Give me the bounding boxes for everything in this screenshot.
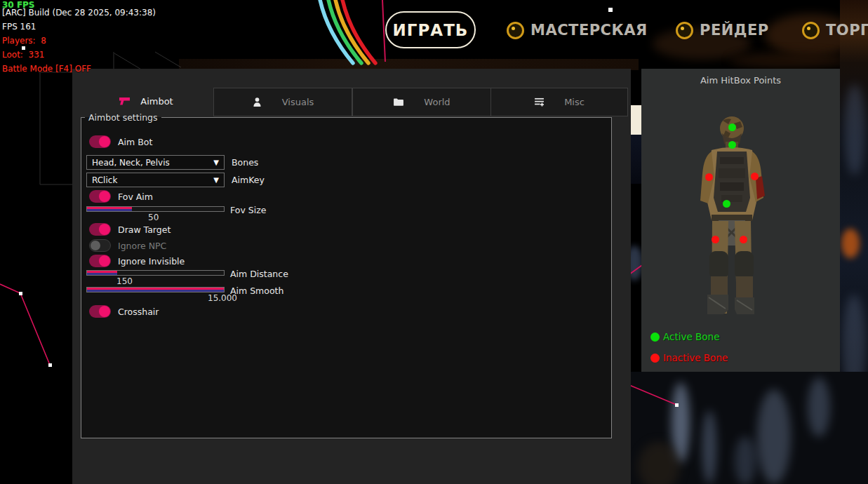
aim-smooth-label: Aim Smooth: [230, 285, 283, 296]
hitbox-dot-neck[interactable]: [728, 141, 736, 149]
hitbox-dot-head[interactable]: [728, 123, 736, 131]
gold-coin-icon: [802, 22, 820, 39]
crosshair-label: Crosshair: [118, 307, 159, 317]
slider-track: [86, 270, 225, 276]
legend-label: Inactive Bone: [663, 352, 728, 363]
nav-item-label: МАСТЕРСКАЯ: [530, 22, 648, 39]
toggle-knob: [99, 136, 110, 147]
chevron-down-icon: ▼: [213, 159, 219, 166]
tab-label: Misc: [564, 97, 585, 107]
hitbox-panel-title: Aim HitBox Points: [641, 75, 840, 86]
gold-coin-icon: [507, 22, 524, 39]
hitbox-panel: Aim HitBox Points: [641, 69, 840, 372]
toggle-knob: [99, 255, 110, 267]
tab-aimbot[interactable]: Aimbot: [79, 88, 213, 115]
hitbox-dot-pelvis[interactable]: [723, 200, 730, 208]
nav-item-workshop[interactable]: МАСТЕРСКАЯ: [507, 20, 648, 40]
slider-fill: [87, 207, 132, 211]
hud-fps: FPS 161: [2, 22, 36, 32]
hud-players: Players: 8: [2, 36, 46, 46]
slider-track: [86, 287, 225, 293]
aim-bot-toggle[interactable]: [89, 135, 111, 148]
playlist-icon: [534, 98, 545, 107]
play-button[interactable]: ИГРАТЬ: [385, 11, 476, 48]
ignore-invisible-toggle[interactable]: [89, 255, 111, 267]
slider-fill: [87, 288, 224, 292]
hud-overlay: 30 FPS [ARC] Build (Dec 28 2025, 09:43:3…: [0, 0, 6, 69]
legend-active-bone: Active Bone: [650, 331, 719, 342]
nav-item-label: РЕЙДЕР: [700, 22, 769, 39]
toggle-knob: [99, 191, 110, 202]
fov-aim-label: Fov Aim: [118, 191, 153, 202]
active-bone-dot-icon: [650, 332, 660, 342]
slider-fill: [87, 271, 117, 275]
folder-icon: [393, 98, 404, 107]
hud-battle-mode: Battle Mode [F4] OFF: [2, 64, 91, 74]
aim-distance-label: Aim Distance: [230, 269, 288, 279]
aimkey-dropdown[interactable]: RClick ▼: [86, 173, 225, 187]
chevron-down-icon: ▼: [213, 176, 219, 184]
aimkey-dropdown-value: RClick: [92, 175, 213, 185]
ignore-npc-toggle[interactable]: [89, 239, 111, 252]
pistol-icon: [119, 97, 131, 106]
slider-track: [86, 206, 225, 212]
draw-target-toggle[interactable]: [89, 223, 111, 236]
gold-coin-icon: [676, 22, 693, 39]
cheat-menu-panel: Aimbot Visuals World Misc Aimbot setting…: [72, 69, 631, 484]
crosshair-toggle[interactable]: [89, 305, 111, 318]
tab-label: Visuals: [282, 97, 314, 107]
bones-dropdown[interactable]: Head, Neck, Pelvis ▼: [86, 155, 225, 170]
fov-aim-toggle[interactable]: [89, 190, 111, 203]
tab-label: World: [424, 97, 450, 107]
aim-smooth-value: 15.000: [208, 293, 237, 303]
nav-item-trade[interactable]: ТОРГО: [802, 20, 868, 40]
aim-distance-slider[interactable]: 150: [86, 270, 225, 276]
hitbox-dot-right-shoulder[interactable]: [751, 173, 759, 180]
nav-item-raider[interactable]: РЕЙДЕР: [676, 20, 769, 40]
inactive-bone-dot-icon: [650, 354, 660, 363]
aimbot-settings-group: Aimbot settings Aim Bot Head, Neck, Pelv…: [81, 112, 612, 438]
ignore-invisible-label: Ignore Invisible: [118, 256, 185, 267]
group-title: Aimbot settings: [85, 112, 161, 123]
aimkey-label: AimKey: [232, 175, 265, 185]
hitbox-dot-left-hip[interactable]: [712, 236, 719, 243]
bones-label: Bones: [232, 157, 258, 168]
aim-bot-label: Aim Bot: [118, 137, 152, 147]
hitbox-dot-left-shoulder[interactable]: [705, 173, 713, 181]
toggle-knob: [99, 224, 110, 235]
hud-build-info: [ARC] Build (Dec 28 2025, 09:43:38): [2, 8, 156, 18]
toggle-knob: [91, 241, 100, 250]
nav-item-label: ТОРГО: [826, 22, 868, 39]
hitbox-dot-right-hip[interactable]: [740, 236, 747, 243]
ignore-npc-label: Ignore NPC: [118, 241, 166, 251]
fov-size-slider[interactable]: 50: [86, 206, 225, 212]
person-icon: [252, 97, 262, 107]
toggle-knob: [99, 306, 110, 317]
legend-label: Active Bone: [663, 331, 719, 342]
fov-size-label: Fov Size: [230, 205, 266, 215]
hud-loot: Loot: 331: [2, 50, 44, 60]
aim-distance-value: 150: [116, 276, 133, 286]
draw-target-label: Draw Target: [118, 224, 171, 235]
bones-dropdown-value: Head, Neck, Pelvis: [92, 158, 213, 168]
legend-inactive-bone: Inactive Bone: [650, 352, 728, 363]
tab-label: Aimbot: [140, 96, 173, 107]
aim-smooth-slider[interactable]: 15.000: [86, 287, 225, 293]
fov-size-value: 50: [148, 213, 159, 222]
